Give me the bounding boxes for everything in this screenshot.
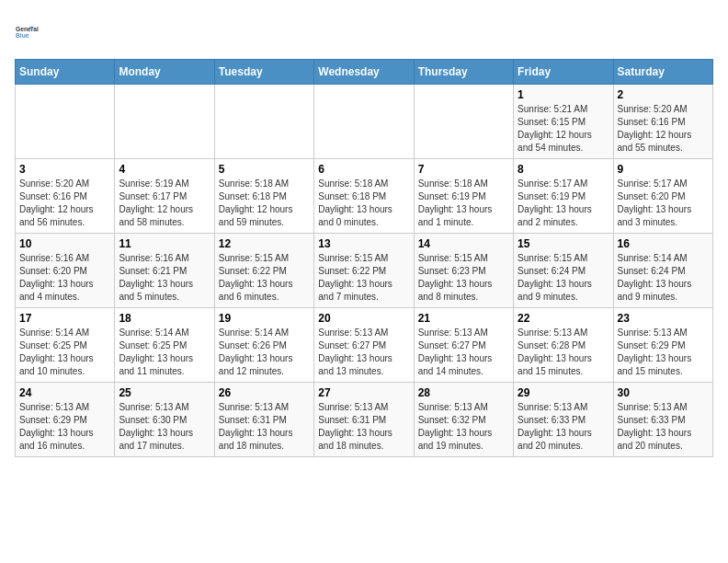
- day-cell: 28Sunrise: 5:13 AM Sunset: 6:32 PM Dayli…: [414, 383, 513, 457]
- week-row-1: 1Sunrise: 5:21 AM Sunset: 6:15 PM Daylig…: [16, 85, 713, 159]
- day-number: 27: [318, 386, 409, 399]
- day-info: Sunrise: 5:18 AM Sunset: 6:18 PM Dayligh…: [219, 178, 310, 229]
- day-cell: 26Sunrise: 5:13 AM Sunset: 6:31 PM Dayli…: [214, 383, 313, 457]
- day-info: Sunrise: 5:13 AM Sunset: 6:33 PM Dayligh…: [618, 401, 709, 453]
- day-number: 29: [518, 386, 609, 399]
- day-info: Sunrise: 5:15 AM Sunset: 6:22 PM Dayligh…: [219, 252, 310, 304]
- day-info: Sunrise: 5:15 AM Sunset: 6:24 PM Dayligh…: [518, 252, 609, 304]
- day-number: 18: [119, 312, 210, 325]
- day-number: 2: [618, 88, 709, 101]
- day-number: 14: [418, 237, 509, 250]
- day-info: Sunrise: 5:20 AM Sunset: 6:16 PM Dayligh…: [618, 103, 709, 155]
- day-info: Sunrise: 5:13 AM Sunset: 6:29 PM Dayligh…: [19, 401, 110, 453]
- day-header-tuesday: Tuesday: [214, 60, 313, 85]
- day-cell: 25Sunrise: 5:13 AM Sunset: 6:30 PM Dayli…: [115, 383, 214, 457]
- day-number: 21: [418, 312, 509, 325]
- day-cell: 12Sunrise: 5:15 AM Sunset: 6:22 PM Dayli…: [214, 234, 313, 308]
- day-info: Sunrise: 5:15 AM Sunset: 6:22 PM Dayligh…: [318, 252, 409, 304]
- day-number: 28: [418, 386, 509, 399]
- day-cell: 11Sunrise: 5:16 AM Sunset: 6:21 PM Dayli…: [115, 234, 214, 308]
- day-number: 4: [119, 163, 210, 176]
- day-header-friday: Friday: [514, 60, 613, 85]
- day-cell: [214, 85, 313, 159]
- week-row-3: 10Sunrise: 5:16 AM Sunset: 6:20 PM Dayli…: [16, 234, 713, 308]
- day-number: 7: [418, 163, 509, 176]
- calendar-table: SundayMondayTuesdayWednesdayThursdayFrid…: [15, 59, 713, 457]
- day-info: Sunrise: 5:21 AM Sunset: 6:15 PM Dayligh…: [518, 103, 609, 155]
- header: General Blue: [15, 15, 713, 48]
- day-cell: 30Sunrise: 5:13 AM Sunset: 6:33 PM Dayli…: [613, 383, 712, 457]
- svg-text:Blue: Blue: [16, 32, 29, 39]
- day-header-monday: Monday: [115, 60, 214, 85]
- day-info: Sunrise: 5:18 AM Sunset: 6:19 PM Dayligh…: [418, 178, 509, 229]
- day-info: Sunrise: 5:16 AM Sunset: 6:21 PM Dayligh…: [119, 252, 210, 304]
- day-info: Sunrise: 5:14 AM Sunset: 6:24 PM Dayligh…: [618, 252, 709, 304]
- day-info: Sunrise: 5:14 AM Sunset: 6:25 PM Dayligh…: [119, 327, 210, 378]
- day-cell: [16, 85, 115, 159]
- day-cell: 9Sunrise: 5:17 AM Sunset: 6:20 PM Daylig…: [613, 159, 712, 234]
- day-info: Sunrise: 5:14 AM Sunset: 6:26 PM Dayligh…: [219, 327, 310, 378]
- calendar-body: 1Sunrise: 5:21 AM Sunset: 6:15 PM Daylig…: [16, 85, 713, 457]
- day-number: 3: [19, 163, 110, 176]
- day-header-thursday: Thursday: [414, 60, 513, 85]
- header-row: SundayMondayTuesdayWednesdayThursdayFrid…: [16, 60, 713, 85]
- day-info: Sunrise: 5:16 AM Sunset: 6:20 PM Dayligh…: [19, 252, 110, 304]
- day-cell: [115, 85, 214, 159]
- day-cell: 4Sunrise: 5:19 AM Sunset: 6:17 PM Daylig…: [115, 159, 214, 234]
- day-info: Sunrise: 5:18 AM Sunset: 6:18 PM Dayligh…: [318, 178, 409, 229]
- day-cell: 17Sunrise: 5:14 AM Sunset: 6:25 PM Dayli…: [16, 308, 115, 383]
- day-number: 1: [518, 88, 609, 101]
- logo: General Blue: [15, 15, 48, 48]
- calendar-header: SundayMondayTuesdayWednesdayThursdayFrid…: [16, 60, 713, 85]
- week-row-5: 24Sunrise: 5:13 AM Sunset: 6:29 PM Dayli…: [16, 383, 713, 457]
- day-number: 19: [219, 312, 310, 325]
- day-header-saturday: Saturday: [613, 60, 712, 85]
- day-number: 13: [318, 237, 409, 250]
- day-cell: [414, 85, 513, 159]
- day-cell: 24Sunrise: 5:13 AM Sunset: 6:29 PM Dayli…: [16, 383, 115, 457]
- day-number: 17: [19, 312, 110, 325]
- day-cell: 18Sunrise: 5:14 AM Sunset: 6:25 PM Dayli…: [115, 308, 214, 383]
- day-cell: 22Sunrise: 5:13 AM Sunset: 6:28 PM Dayli…: [514, 308, 613, 383]
- day-header-sunday: Sunday: [16, 60, 115, 85]
- day-cell: 19Sunrise: 5:14 AM Sunset: 6:26 PM Dayli…: [214, 308, 313, 383]
- day-info: Sunrise: 5:13 AM Sunset: 6:32 PM Dayligh…: [418, 401, 509, 453]
- day-cell: 14Sunrise: 5:15 AM Sunset: 6:23 PM Dayli…: [414, 234, 513, 308]
- day-info: Sunrise: 5:14 AM Sunset: 6:25 PM Dayligh…: [19, 327, 110, 378]
- day-number: 6: [318, 163, 409, 176]
- day-info: Sunrise: 5:13 AM Sunset: 6:28 PM Dayligh…: [518, 327, 609, 378]
- day-cell: 27Sunrise: 5:13 AM Sunset: 6:31 PM Dayli…: [314, 383, 414, 457]
- day-info: Sunrise: 5:13 AM Sunset: 6:29 PM Dayligh…: [618, 327, 709, 378]
- week-row-2: 3Sunrise: 5:20 AM Sunset: 6:16 PM Daylig…: [16, 159, 713, 234]
- day-cell: 23Sunrise: 5:13 AM Sunset: 6:29 PM Dayli…: [613, 308, 712, 383]
- day-cell: 15Sunrise: 5:15 AM Sunset: 6:24 PM Dayli…: [514, 234, 613, 308]
- day-info: Sunrise: 5:13 AM Sunset: 6:27 PM Dayligh…: [418, 327, 509, 378]
- day-cell: 10Sunrise: 5:16 AM Sunset: 6:20 PM Dayli…: [16, 234, 115, 308]
- day-info: Sunrise: 5:19 AM Sunset: 6:17 PM Dayligh…: [119, 178, 210, 229]
- day-info: Sunrise: 5:20 AM Sunset: 6:16 PM Dayligh…: [19, 178, 110, 229]
- day-number: 15: [518, 237, 609, 250]
- day-number: 12: [219, 237, 310, 250]
- day-number: 9: [618, 163, 709, 176]
- day-cell: 8Sunrise: 5:17 AM Sunset: 6:19 PM Daylig…: [514, 159, 613, 234]
- day-number: 24: [19, 386, 110, 399]
- day-cell: 2Sunrise: 5:20 AM Sunset: 6:16 PM Daylig…: [613, 85, 712, 159]
- day-number: 16: [618, 237, 709, 250]
- day-number: 30: [618, 386, 709, 399]
- day-cell: 5Sunrise: 5:18 AM Sunset: 6:18 PM Daylig…: [214, 159, 313, 234]
- day-cell: 7Sunrise: 5:18 AM Sunset: 6:19 PM Daylig…: [414, 159, 513, 234]
- day-info: Sunrise: 5:13 AM Sunset: 6:31 PM Dayligh…: [318, 401, 409, 453]
- day-cell: [314, 85, 414, 159]
- day-info: Sunrise: 5:17 AM Sunset: 6:20 PM Dayligh…: [618, 178, 709, 229]
- day-number: 20: [318, 312, 409, 325]
- day-number: 11: [119, 237, 210, 250]
- day-header-wednesday: Wednesday: [314, 60, 414, 85]
- logo-icon: General Blue: [15, 15, 48, 48]
- day-info: Sunrise: 5:17 AM Sunset: 6:19 PM Dayligh…: [518, 178, 609, 229]
- day-number: 22: [518, 312, 609, 325]
- day-cell: 21Sunrise: 5:13 AM Sunset: 6:27 PM Dayli…: [414, 308, 513, 383]
- day-cell: 29Sunrise: 5:13 AM Sunset: 6:33 PM Dayli…: [514, 383, 613, 457]
- day-cell: 6Sunrise: 5:18 AM Sunset: 6:18 PM Daylig…: [314, 159, 414, 234]
- day-info: Sunrise: 5:13 AM Sunset: 6:30 PM Dayligh…: [119, 401, 210, 453]
- day-cell: 3Sunrise: 5:20 AM Sunset: 6:16 PM Daylig…: [16, 159, 115, 234]
